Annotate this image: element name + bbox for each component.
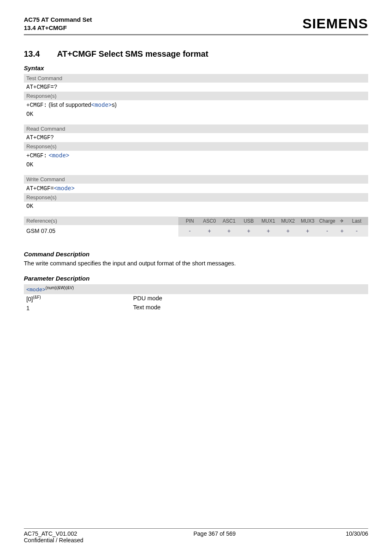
col-mux1: MUX1 <box>258 218 278 224</box>
test-command: AT+CMGF=? <box>24 83 368 92</box>
command-description-label: Command Description <box>24 251 368 258</box>
page-header: AC75 AT Command Set 13.4 AT+CMGF SIEMENS <box>24 16 368 35</box>
read-response-line: +CMGF: <mode> <box>24 151 368 160</box>
val-usb: + <box>239 228 258 234</box>
page-footer: AC75_ATC_V01.002 Confidential / Released… <box>24 528 368 543</box>
footer-classification: Confidential / Released <box>24 537 83 543</box>
val-last: - <box>347 228 367 234</box>
param-row: 1 Text mode <box>24 303 368 312</box>
footer-doc-id: AC75_ATC_V01.002 <box>24 530 77 537</box>
test-response-line: +CMGF: (list of supported<mode>s) <box>24 100 368 110</box>
write-cmd-prefix: AT+CMGF= <box>26 185 54 192</box>
reference-values: - + + + + + + - + - <box>178 225 368 237</box>
mode-param-link[interactable]: <mode> <box>91 102 112 108</box>
footer-right: 10/30/06 <box>346 530 369 543</box>
airplane-icon: ✈ <box>337 218 347 224</box>
col-charge: Charge <box>317 218 337 224</box>
col-pin: PIN <box>180 218 200 224</box>
reference-value: GSM 07.05 <box>24 225 178 237</box>
resp-text1: (list of supported <box>48 101 91 108</box>
col-mux2: MUX2 <box>278 218 298 224</box>
col-asc0: ASC0 <box>200 218 219 224</box>
param-sup: (num)(&W)(&V) <box>46 286 74 290</box>
syntax-label: Syntax <box>24 64 368 71</box>
read-command-label: Read Command <box>24 124 368 133</box>
brand-logo: SIEMENS <box>302 16 368 32</box>
val-mux2: + <box>278 228 298 234</box>
param-key-text: 1 <box>26 305 30 311</box>
resp-prefix: +CMGF: <box>26 102 47 108</box>
reference-label: Reference(s) <box>24 216 178 225</box>
test-command-label: Test Command <box>24 74 368 83</box>
val-pin: - <box>180 228 200 234</box>
command-description-text: The write command specifies the input an… <box>24 260 368 267</box>
ok-line: OK <box>24 160 368 169</box>
ok-line: OK <box>24 202 368 211</box>
response-label: Response(s) <box>24 92 368 100</box>
val-plane: + <box>337 228 347 234</box>
resp-prefix: +CMGF: <box>26 152 47 159</box>
val-asc0: + <box>200 228 219 234</box>
section-number: 13.4 <box>24 49 55 59</box>
param-row: [0](&F) PDU mode <box>24 294 368 303</box>
doc-sub: 13.4 AT+CMGF <box>24 24 92 32</box>
footer-center: Page 367 of 569 <box>194 530 236 543</box>
write-command-label: Write Command <box>24 175 368 184</box>
test-command-block: Test Command AT+CMGF=? Response(s) +CMGF… <box>24 74 368 119</box>
write-command-block: Write Command AT+CMGF=<mode> Response(s)… <box>24 175 368 211</box>
parameter-description-label: Parameter Description <box>24 275 368 282</box>
section-title: AT+CMGF Select SMS message format <box>57 49 208 58</box>
response-label: Response(s) <box>24 142 368 151</box>
read-command-block: Read Command AT+CMGF? Response(s) +CMGF:… <box>24 124 368 169</box>
reference-header-row: Reference(s) PIN ASC0 ASC1 USB MUX1 MUX2… <box>24 216 368 225</box>
write-command: AT+CMGF=<mode> <box>24 184 368 193</box>
param-value: PDU mode <box>133 295 162 302</box>
col-mux3: MUX3 <box>298 218 318 224</box>
mode-param-link[interactable]: <mode> <box>54 185 74 192</box>
mode-param-link[interactable]: <mode> <box>26 287 46 293</box>
param-value: Text mode <box>133 304 161 311</box>
doc-title: AC75 AT Command Set <box>24 16 92 24</box>
parameter-name-bar: <mode>(num)(&W)(&V) <box>24 284 368 294</box>
read-command: AT+CMGF? <box>24 133 368 142</box>
header-left: AC75 AT Command Set 13.4 AT+CMGF <box>24 16 92 32</box>
resp-text2: s) <box>112 101 117 108</box>
param-key: 1 <box>26 304 133 311</box>
val-charge: - <box>317 228 337 234</box>
reference-columns: PIN ASC0 ASC1 USB MUX1 MUX2 MUX3 Charge … <box>178 217 368 225</box>
mode-param-link[interactable]: <mode> <box>48 152 69 159</box>
param-key-text: [0] <box>26 296 33 302</box>
response-label: Response(s) <box>24 193 368 202</box>
val-asc1: + <box>219 228 239 234</box>
val-mux3: + <box>298 228 318 234</box>
param-key-sup: (&F) <box>33 295 41 299</box>
footer-left: AC75_ATC_V01.002 Confidential / Released <box>24 530 83 543</box>
ok-line: OK <box>24 110 368 119</box>
col-last: Last <box>347 218 367 224</box>
reference-value-row: GSM 07.05 - + + + + + + - + - <box>24 225 368 237</box>
col-usb: USB <box>239 218 258 224</box>
param-key: [0](&F) <box>26 295 133 302</box>
val-mux1: + <box>258 228 278 234</box>
col-asc1: ASC1 <box>219 218 239 224</box>
section-heading: 13.4 AT+CMGF Select SMS message format <box>24 49 368 59</box>
